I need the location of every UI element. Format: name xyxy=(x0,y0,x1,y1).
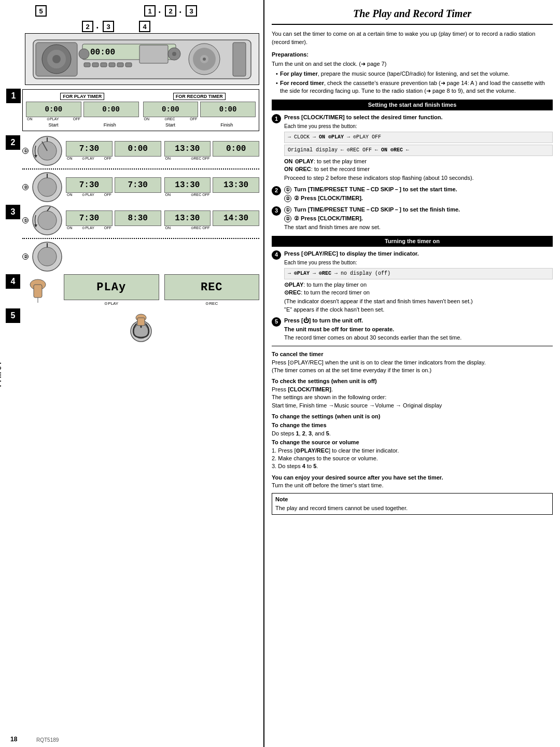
right-step1-text: Press [CLOCK/TIMER] to select the desire… xyxy=(284,114,553,182)
cancel-text: Press [⊙PLAY/REC] when the unit is on to… xyxy=(272,359,553,367)
change-source-3: 3. Do steps 4 to 5. xyxy=(272,462,553,470)
change-section: To change the settings (when unit is on)… xyxy=(272,413,553,471)
right-step4: 4 Press [⊙PLAY/REC] to display the timer… xyxy=(272,250,553,314)
play-timer-label: FOR PLAY TIMER xyxy=(60,93,104,100)
circle-1a: ① xyxy=(22,148,29,154)
prep-bullet-2: For record timer, check the cassette's e… xyxy=(276,79,553,95)
section1-header: Setting the start and finish times xyxy=(272,100,553,110)
step-2-area: 2 ① 7:30 xyxy=(22,135,259,203)
play-timer-group: FOR PLAY TIMER 0:00 ON⊙PLAYOFF 0:00 xyxy=(26,93,139,128)
step2-rec-start: 13:30 xyxy=(164,141,211,157)
callout-dot1: • xyxy=(159,9,161,15)
step2-rec-row2: 13:30 ON⊙REC OFF 13:30 xyxy=(164,177,260,197)
step2-knob-svg xyxy=(32,135,63,166)
svg-rect-14 xyxy=(101,63,107,67)
note-text: The play and record timers cannot be use… xyxy=(275,504,549,512)
svg-point-28 xyxy=(38,178,57,196)
step2-displays-row2: 7:30 ON⊙PLAYOFF 7:30 xyxy=(66,177,161,197)
right-step5-circle: 5 xyxy=(272,317,281,327)
cancel-section: To cancel the timer Press [⊙PLAY/REC] wh… xyxy=(272,350,553,374)
hr-1 xyxy=(272,346,553,346)
step-4-badge: 4 xyxy=(6,274,20,289)
rec-start-display: 0:00 xyxy=(143,102,199,117)
right-step1: 1 Press [CLOCK/TIMER] to select the desi… xyxy=(272,114,553,182)
callout-3mid: 3 xyxy=(103,21,114,32)
step3-displays-row1: 7:30 ON⊙PLAYOFF 8:30 xyxy=(66,210,161,230)
circle-1c-label: ① xyxy=(284,206,291,214)
step5-bold: The unit must be off for timer to operat… xyxy=(284,326,553,333)
rec-start-indicators: ON⊙RECOFF xyxy=(143,117,199,121)
step1-note: Proceed to step 2 before these indicator… xyxy=(284,174,553,182)
prep-label-2: For record timer xyxy=(280,80,324,86)
step-1-displays: FOR PLAY TIMER 0:00 ON⊙PLAYOFF 0:00 xyxy=(26,93,256,128)
svg-point-20 xyxy=(172,52,176,56)
step5-power-svg xyxy=(123,312,159,348)
step4-play-rec-displays: PLAy ⊙PLAY REC ⊙REC xyxy=(64,274,259,306)
step3-sub2: ② ② Press [CLOCK/TIMER]. xyxy=(284,215,553,222)
step4-note1: (The indicator doesn't appear if the sta… xyxy=(284,298,553,305)
svg-rect-16 xyxy=(117,63,123,67)
right-step2: 2 ① Turn [TIME/PRESET TUNE－CD SKIP－] to … xyxy=(272,186,553,203)
device-svg: 00:00 xyxy=(28,35,256,84)
step-1-badge: 1 xyxy=(6,89,21,103)
step-5-badge: 5 xyxy=(6,308,20,323)
step1-play-desc: ON ⊙PLAY: to set the play timer xyxy=(284,158,553,165)
right-step3-circle: 3 xyxy=(272,206,281,216)
step2-rec-row1: 13:30 ON⊙REC OFF 0:00 xyxy=(164,141,260,161)
change-source-title: To change the source or volume xyxy=(272,439,553,446)
change-title: To change the settings (when unit is on) xyxy=(272,413,553,420)
callout-4: 4 xyxy=(139,21,150,32)
svg-point-31 xyxy=(38,211,57,230)
svg-rect-38 xyxy=(34,285,42,298)
right-panel: The Play and Record Timer You can set th… xyxy=(264,0,560,747)
play-start-indicators: ON⊙PLAYOFF xyxy=(26,117,81,121)
circle-1-label: ① xyxy=(284,186,291,193)
left-panel: Timer 5 1 • 2 • 3 2 • 3 4 xyxy=(0,0,264,747)
circle-2b: ② xyxy=(22,253,29,260)
step4-hand-svg xyxy=(22,274,59,306)
device-diagram-area: 5 1 • 2 • 3 2 • 3 4 xyxy=(15,5,259,85)
rec-timer-label: FOR RECORD TIMER xyxy=(173,93,226,100)
rec-finish-display: 0:00 xyxy=(200,102,256,117)
step4-note2: "E" appears if the clock hasn't been set… xyxy=(284,306,553,314)
play-start-display: 0:00 xyxy=(26,102,81,117)
prep-bullets: For play timer, prepare the music source… xyxy=(272,70,553,95)
step-4-area: 4 PLAy ⊙PLAY xyxy=(22,274,259,306)
prep-line1: Turn the unit on and set the clock. (➜ p… xyxy=(272,60,553,68)
circle-2a: ② xyxy=(22,184,29,190)
step3-rec-start: 13:30 xyxy=(164,210,211,226)
callout-dot3: • xyxy=(96,25,99,31)
step3-play-start: 7:30 xyxy=(66,210,113,226)
step3-knob-svg xyxy=(32,205,63,236)
enjoy-section: You can enjoy your desired source after … xyxy=(272,474,553,490)
cancel-note: (The timer comes on at the set time ever… xyxy=(272,367,553,374)
step3-play-finish: 8:30 xyxy=(115,210,161,226)
right-step5: 5 Press [⏻] to turn the unit off. The un… xyxy=(272,317,553,342)
step-3-sub1: ① 7:30 ON⊙PLAYOFF xyxy=(22,205,259,236)
svg-rect-13 xyxy=(92,63,99,67)
step3-rec-finish: 14:30 xyxy=(213,210,259,226)
right-step3: 3 ① Turn [TIME/PRESET TUNE－CD SKIP－] to … xyxy=(272,206,553,232)
step1-seq1: → CLOCK → ON ⊙PLAY → ⊙PLAY OFF xyxy=(284,132,553,143)
callout-3top: 3 xyxy=(186,5,197,17)
check-note: The settings are shown in the following … xyxy=(272,393,553,401)
rec-start-finish-labels: Start Finish xyxy=(143,122,256,128)
step-2-sub2: ② 7:30 ON⊙PLAYOFF xyxy=(22,172,259,203)
svg-rect-18 xyxy=(139,45,168,63)
callout-2mid: 2 xyxy=(82,21,93,32)
intro-text: You can set the timer to come on at a ce… xyxy=(272,30,553,47)
svg-rect-11 xyxy=(233,43,246,76)
right-step4-circle: 4 xyxy=(272,250,281,260)
preparations-title: Preparations: xyxy=(272,51,553,59)
step4-rec-desc: ⊙REC: to turn the record timer on xyxy=(284,289,553,297)
step-2-badge: 2 xyxy=(6,135,20,150)
timer-vertical-label: Timer xyxy=(0,359,3,388)
step2-rec-start2: 13:30 xyxy=(164,177,211,193)
step3-knob2-svg xyxy=(32,241,63,272)
page-title: The Play and Record Timer xyxy=(272,6,553,25)
change-times-title: To change the times xyxy=(272,421,553,429)
check-section: To check the settings (when unit is off)… xyxy=(272,377,553,410)
step-3-sub2: ② xyxy=(22,241,259,272)
step4-play-desc: ⊙PLAY: to turn the play timer on xyxy=(284,281,553,289)
step2-play-finish: 0:00 xyxy=(115,141,161,157)
